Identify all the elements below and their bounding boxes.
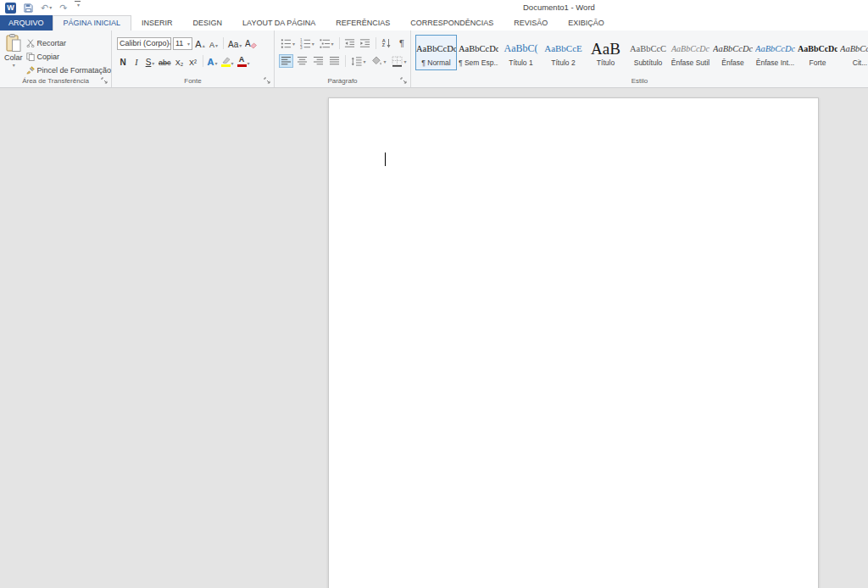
format-painter-button[interactable]: Pincel de Formatação <box>26 64 112 75</box>
text-cursor <box>385 153 386 166</box>
line-spacing-button[interactable]: ▾ <box>349 54 368 68</box>
redo-icon: ↷ <box>59 3 67 13</box>
shrink-font-button[interactable]: A ▾ <box>208 37 220 50</box>
dialog-launcher-icon <box>101 77 108 85</box>
document-page[interactable] <box>328 97 819 588</box>
align-right-icon <box>313 56 324 66</box>
numbering-caret-icon: ▾ <box>312 41 314 47</box>
style-quote[interactable]: AaBbCcDc Cit... <box>839 35 868 70</box>
tab-review[interactable]: REVISÃO <box>504 15 558 31</box>
redo-button[interactable]: ↷ <box>59 1 67 14</box>
align-center-button[interactable] <box>295 54 309 68</box>
justify-button[interactable] <box>327 54 342 68</box>
font-name-select[interactable]: Calibri (Corpo) ▾ <box>117 37 171 50</box>
font-name-value: Calibri (Corpo) <box>120 39 170 47</box>
style-emphasis[interactable]: AaBbCcDc Ênfase <box>712 35 754 70</box>
multilevel-list-button[interactable]: ▾ <box>318 36 336 50</box>
style-subtitle[interactable]: AaBbCcC Subtítulo <box>627 35 669 70</box>
shading-button[interactable]: ▾ <box>370 54 388 68</box>
separator <box>345 55 346 67</box>
grow-font-button[interactable]: A ▴ <box>194 37 206 50</box>
style-subtle-emphasis[interactable]: AaBbCcDc Ênfase Sutil <box>670 35 711 70</box>
document-area[interactable] <box>0 89 868 588</box>
clear-formatting-icon: A <box>245 38 257 49</box>
clear-formatting-button[interactable]: A <box>244 37 258 50</box>
style-normal[interactable]: AaBbCcDc ¶ Normal <box>415 35 457 70</box>
save-button[interactable] <box>24 1 33 14</box>
borders-button[interactable]: ▾ <box>390 54 409 68</box>
bold-button[interactable]: N <box>117 55 129 68</box>
style-heading-2[interactable]: AaBbCcE Título 2 <box>542 35 584 70</box>
tab-file[interactable]: ARQUIVO <box>0 15 53 31</box>
italic-button[interactable]: I <box>131 55 142 68</box>
paste-button[interactable]: Colar ▾ <box>4 34 23 75</box>
subscript-button[interactable]: X₂ <box>174 55 186 68</box>
styles-gallery: AaBbCcDc ¶ Normal AaBbCcDc ¶ Sem Esp... … <box>411 31 868 70</box>
tab-home[interactable]: PÁGINA INICIAL <box>53 15 132 31</box>
customize-quick-access-button[interactable]: ▾ <box>75 1 81 14</box>
strikethrough-button[interactable]: abc <box>158 55 172 68</box>
bullets-button[interactable]: ▾ <box>279 36 297 50</box>
decrease-indent-button[interactable] <box>343 36 357 50</box>
style-strong[interactable]: AaBbCcDc Forte <box>797 35 838 70</box>
copy-label: Copiar <box>37 53 60 61</box>
font-color-button[interactable]: A ▾ <box>236 55 251 68</box>
dialog-launcher-icon <box>264 77 271 85</box>
save-icon <box>24 3 33 13</box>
underline-button[interactable]: S ▾ <box>144 55 156 68</box>
word-app-icon[interactable]: W <box>5 3 16 14</box>
superscript-button[interactable]: X² <box>187 55 199 68</box>
tab-view[interactable]: EXIBIÇÃO <box>558 15 615 31</box>
dialog-launcher-icon <box>400 77 408 85</box>
style-heading-1[interactable]: AaBbC( Título 1 <box>500 35 542 70</box>
style-title[interactable]: AaB Título <box>585 35 626 70</box>
tab-references[interactable]: REFERÊNCIAS <box>326 15 400 31</box>
copy-icon <box>26 53 35 61</box>
pilcrow-icon: ¶ <box>399 39 404 48</box>
font-dialog-launcher[interactable] <box>263 76 272 86</box>
cut-button[interactable]: Recortar <box>26 37 112 48</box>
undo-dropdown-caret[interactable]: ▾ <box>49 5 52 10</box>
clipboard-dialog-launcher[interactable] <box>100 76 109 86</box>
tab-insert[interactable]: INSERIR <box>131 15 183 31</box>
increase-indent-button[interactable] <box>359 36 372 50</box>
underline-caret-icon: ▾ <box>152 61 154 67</box>
font-color-caret-icon: ▾ <box>248 61 250 67</box>
bullets-icon <box>281 38 292 49</box>
shading-bucket-icon <box>371 56 382 67</box>
separator <box>339 37 340 49</box>
show-formatting-marks-button[interactable]: ¶ <box>395 36 409 50</box>
shrink-font-arrow-icon: ▾ <box>215 43 218 49</box>
text-effects-button[interactable]: A ▾ <box>207 55 219 68</box>
paragraph-dialog-launcher[interactable] <box>399 76 409 86</box>
paste-dropdown-caret[interactable]: ▾ <box>13 62 15 68</box>
separator <box>203 55 203 67</box>
tab-mailings[interactable]: CORRESPONDÊNCIAS <box>400 15 504 31</box>
text-effects-caret-icon: ▾ <box>214 61 217 67</box>
highlighter-pen-icon <box>221 57 231 64</box>
align-right-button[interactable] <box>311 54 326 68</box>
shading-caret-icon: ▾ <box>383 58 386 64</box>
sort-button[interactable]: A Z <box>380 36 393 50</box>
tab-page-layout[interactable]: LAYOUT DA PÁGINA <box>232 15 326 31</box>
quick-access-toolbar: W ↶ ▾ ↷ ▾ <box>5 0 81 15</box>
copy-button[interactable]: Copiar <box>26 51 112 62</box>
group-paragraph: ▾ 1 2 3 ▾ <box>275 31 411 87</box>
highlight-color-bar <box>221 64 231 67</box>
tab-design[interactable]: DESIGN <box>183 15 233 31</box>
font-size-select[interactable]: 11 ▾ <box>173 37 192 50</box>
change-case-button[interactable]: Aa ▾ <box>227 37 242 50</box>
numbering-button[interactable]: 1 2 3 ▾ <box>298 36 316 50</box>
clipboard-group-label: Área de Transferência <box>22 77 89 85</box>
justify-icon <box>329 56 340 66</box>
font-size-caret-icon: ▾ <box>187 41 190 47</box>
ribbon: Colar ▾ Recortar <box>0 31 868 88</box>
paste-label: Colar <box>4 53 23 62</box>
style-no-spacing[interactable]: AaBbCcDc ¶ Sem Esp... <box>458 35 499 70</box>
undo-button[interactable]: ↶ ▾ <box>41 1 52 14</box>
paragraph-group-label: Parágrafo <box>327 77 357 85</box>
text-highlight-button[interactable]: ▾ <box>220 55 235 68</box>
style-intense-emphasis[interactable]: AaBbCcDc Ênfase Int... <box>754 35 796 70</box>
align-left-button[interactable] <box>279 54 293 68</box>
styles-group-label: Estilo <box>632 77 648 85</box>
